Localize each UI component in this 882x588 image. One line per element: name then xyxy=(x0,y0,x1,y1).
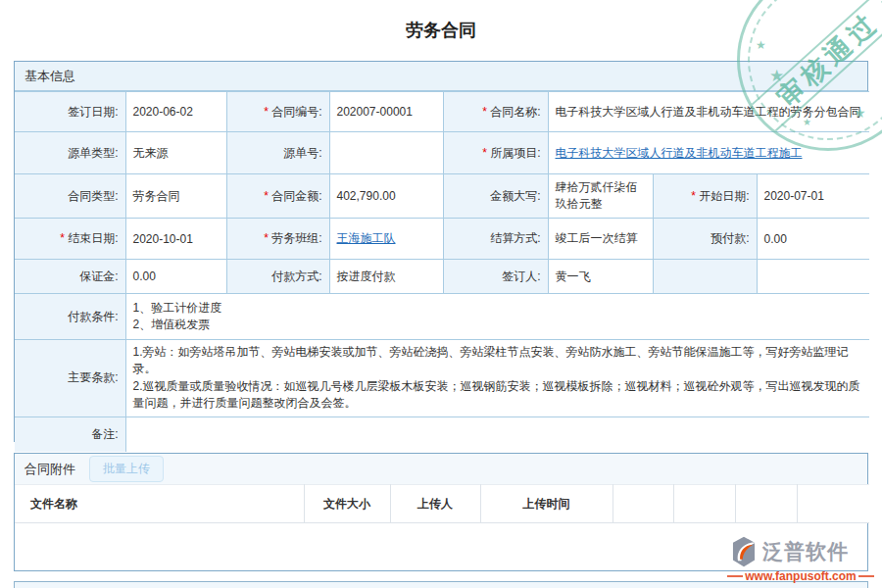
field-label-source-type: 源单类型: xyxy=(15,132,125,174)
field-value-empty xyxy=(757,260,869,294)
brand-url-line xyxy=(858,575,874,577)
field-value-advance-payment: 0.00 xyxy=(757,219,869,260)
brand-url: www.fanpusoft.com xyxy=(727,569,874,583)
attachments-section-title: 合同附件 xyxy=(24,461,75,478)
table-row: 备注: xyxy=(15,416,869,452)
field-value-signer: 黄一飞 xyxy=(548,260,653,294)
field-label-contract-amount: 合同金额: xyxy=(226,174,329,219)
field-label-settlement-method: 结算方式: xyxy=(443,219,548,260)
field-value-contract-name: 电子科技大学区域人行道及非机动车道工程的劳务分包合同 xyxy=(548,92,869,132)
column-header-empty xyxy=(612,485,673,523)
field-label-main-terms: 主要条款: xyxy=(15,340,125,417)
attachments-header-row: 文件名称 文件大小 上传人 上传时间 xyxy=(15,485,869,523)
fanpu-logo-icon xyxy=(727,535,760,568)
field-value-sign-date: 2020-06-02 xyxy=(125,92,226,132)
brand-name: 泛普软件 xyxy=(762,538,849,565)
column-header-empty xyxy=(735,485,797,523)
field-value-contract-type: 劳务合同 xyxy=(125,174,226,219)
column-header-upload-time: 上传时间 xyxy=(480,485,612,523)
field-label-end-date: 结束日期: xyxy=(15,219,125,260)
basic-info-section-title: 基本信息 xyxy=(15,62,867,91)
table-row: 源单类型: 无来源 源单号: 所属项目: 电子科技大学区域人行道及非机动车道工程… xyxy=(15,132,869,174)
field-label-contract-name: 合同名称: xyxy=(443,92,548,132)
field-value-source-no xyxy=(329,132,443,174)
field-label-advance-payment: 预付款: xyxy=(653,219,757,260)
column-header-file-name: 文件名称 xyxy=(15,485,304,523)
field-label-project: 所属项目: xyxy=(443,132,548,174)
brand-url-text: www.fanpusoft.com xyxy=(743,569,858,583)
field-value-source-type: 无来源 xyxy=(125,132,226,174)
project-link[interactable]: 电子科技大学区域人行道及非机动车道工程施工 xyxy=(556,146,803,160)
field-label-payment-terms: 付款条件: xyxy=(15,294,125,340)
field-label-labor-team: 劳务班组: xyxy=(226,219,329,260)
field-value-remarks xyxy=(125,416,869,452)
field-label-empty xyxy=(653,260,757,294)
field-label-remarks: 备注: xyxy=(15,416,125,452)
basic-info-table: 签订日期: 2020-06-02 合同编号: 202007-00001 合同名称… xyxy=(15,91,869,452)
field-label-signer: 签订人: xyxy=(443,260,548,294)
field-value-payment-method: 按进度付款 xyxy=(329,260,443,294)
column-header-empty xyxy=(673,485,735,523)
field-value-amount-in-words: 肆拾万贰仟柒佰玖拾元整 xyxy=(548,174,653,219)
table-row: 合同类型: 劳务合同 合同金额: 402,790.00 金额大写: 肆拾万贰仟柒… xyxy=(15,174,869,219)
column-header-empty xyxy=(797,485,869,523)
table-row: 付款条件: 1、验工计价进度 2、增值税发票 xyxy=(15,294,869,340)
field-label-source-no: 源单号: xyxy=(226,132,329,174)
basic-info-panel: 基本信息 签订日期: 2020-06-02 合同编号: 202007-00001… xyxy=(14,61,868,442)
field-value-labor-team: 王海施工队 xyxy=(329,219,443,260)
field-label-sign-date: 签订日期: xyxy=(15,92,125,132)
field-label-payment-method: 付款方式: xyxy=(226,260,329,294)
field-value-main-terms: 1.旁站：如旁站塔吊加节、旁站电梯安装或加节、旁站砼浇捣、旁站梁柱节点安装、旁站… xyxy=(125,340,869,417)
table-row: 主要条款: 1.旁站：如旁站塔吊加节、旁站电梯安装或加节、旁站砼浇捣、旁站梁柱节… xyxy=(15,340,869,417)
field-value-deposit: 0.00 xyxy=(125,260,226,294)
field-value-contract-amount: 402,790.00 xyxy=(329,174,443,219)
page-title: 劳务合同 xyxy=(0,19,882,42)
batch-upload-button[interactable]: 批量上传 xyxy=(89,456,164,482)
field-value-settlement-method: 竣工后一次结算 xyxy=(548,219,653,260)
field-label-start-date: 开始日期: xyxy=(653,174,757,219)
column-header-uploader: 上传人 xyxy=(390,485,480,523)
field-value-payment-terms: 1、验工计价进度 2、增值税发票 xyxy=(125,294,869,340)
field-label-amount-in-words: 金额大写: xyxy=(443,174,548,219)
column-header-file-size: 文件大小 xyxy=(304,485,390,523)
field-value-contract-no: 202007-00001 xyxy=(329,92,443,132)
attachments-table: 文件名称 文件大小 上传人 上传时间 xyxy=(15,484,869,523)
field-label-contract-type: 合同类型: xyxy=(15,174,125,219)
field-value-start-date: 2020-07-01 xyxy=(757,174,869,219)
brand-watermark: 泛普软件 www.fanpusoft.com xyxy=(727,535,874,583)
field-value-project: 电子科技大学区域人行道及非机动车道工程施工 xyxy=(548,132,869,174)
labor-team-link[interactable]: 王海施工队 xyxy=(337,231,396,245)
field-value-end-date: 2020-10-01 xyxy=(125,219,226,260)
table-row: 签订日期: 2020-06-02 合同编号: 202007-00001 合同名称… xyxy=(15,92,869,132)
table-row: 结束日期: 2020-10-01 劳务班组: 王海施工队 结算方式: 竣工后一次… xyxy=(15,219,869,260)
brand-url-line xyxy=(727,575,743,577)
field-label-deposit: 保证金: xyxy=(15,260,125,294)
table-row: 保证金: 0.00 付款方式: 按进度付款 签订人: 黄一飞 xyxy=(15,260,869,294)
field-label-contract-no: 合同编号: xyxy=(226,92,329,132)
